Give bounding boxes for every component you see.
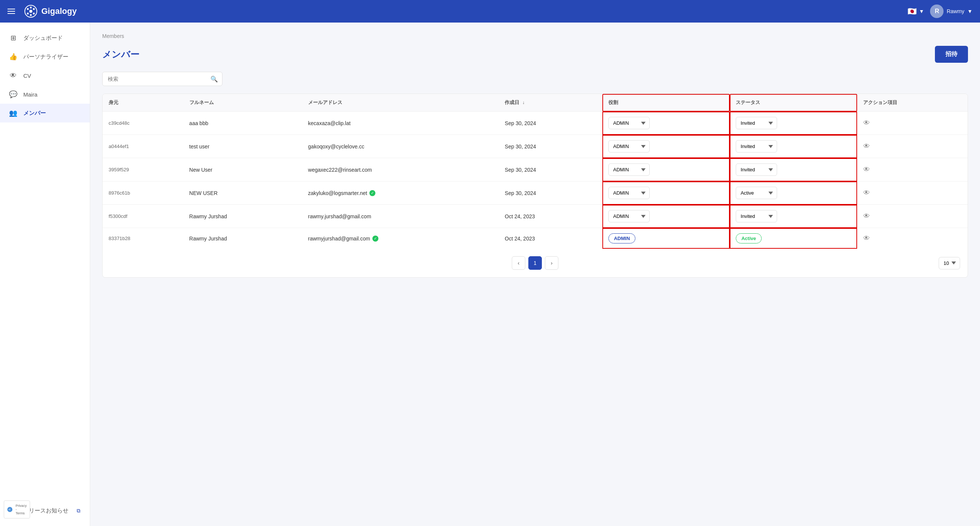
table-row: a0444ef1test usergakoqoxy@cyclelove.ccSe… — [103, 135, 967, 158]
table-row: 3959f529New Userwegaxec222@rinseart.comS… — [103, 158, 967, 181]
recaptcha-text: Privacy - Terms — [15, 504, 27, 515]
cell-role[interactable]: ADMINMEMBER — [602, 135, 730, 158]
view-button[interactable]: 👁 — [863, 189, 870, 197]
role-select[interactable]: ADMINMEMBER — [608, 140, 650, 153]
language-selector[interactable]: 🇯🇵 ▼ — [907, 7, 924, 16]
view-button[interactable]: 👁 — [863, 234, 870, 242]
view-button[interactable]: 👁 — [863, 166, 870, 173]
cv-icon: 👁 — [9, 72, 17, 79]
view-button[interactable]: 👁 — [863, 142, 870, 150]
status-select[interactable]: ActiveInvited — [736, 210, 777, 222]
recaptcha-logo: rC — [7, 504, 13, 515]
svg-point-4 — [27, 13, 29, 15]
cell-id: a0444ef1 — [103, 135, 183, 158]
cell-action: 👁 — [857, 181, 967, 205]
flag-icon: 🇯🇵 — [907, 7, 917, 16]
status-select[interactable]: ActiveInvited — [736, 187, 777, 199]
dashboard-icon: ⊞ — [9, 34, 17, 42]
recaptcha-badge: rC Privacy - Terms — [4, 501, 30, 518]
table-row: 8976c61bNEW USERzakyluko@logsmarter.net … — [103, 181, 967, 205]
cell-action: 👁 — [857, 228, 967, 249]
col-header-id: 身元 — [103, 94, 183, 111]
cell-status[interactable]: ActiveInvited — [730, 135, 857, 158]
main-content: Members メンバー 招待 🔍 身元 フルネーム メールアドレス 作成日 ↓… — [90, 22, 980, 526]
svg-point-6 — [30, 7, 32, 9]
next-page-button[interactable]: › — [545, 256, 558, 270]
sidebar-item-personalizer[interactable]: 👍 パーソナライザー — [0, 47, 90, 66]
cell-role[interactable]: ADMINMEMBER — [602, 158, 730, 181]
sidebar-label-release: リリースお知らせ — [23, 507, 68, 514]
cell-status[interactable]: ActiveInvited — [730, 181, 857, 205]
cell-fullname: aaa bbb — [183, 111, 302, 135]
status-select[interactable]: ActiveInvited — [736, 164, 777, 176]
cell-fullname: NEW USER — [183, 181, 302, 205]
cell-status[interactable]: ActiveInvited — [730, 111, 857, 135]
cell-role[interactable]: ADMIN — [602, 228, 730, 249]
sidebar-label-dashboard: ダッシュボード — [23, 35, 63, 42]
cell-role[interactable]: ADMINMEMBER — [602, 205, 730, 228]
svg-point-1 — [29, 10, 32, 13]
cell-status[interactable]: Active — [730, 228, 857, 249]
lang-arrow: ▼ — [919, 8, 924, 14]
search-icon: 🔍 — [210, 76, 218, 83]
sidebar-item-members[interactable]: 👥 メンバー — [0, 104, 90, 122]
email-verified: rawmyjurshad@gmail.com ✓ — [308, 235, 379, 242]
role-select[interactable]: ADMINMEMBER — [608, 187, 650, 199]
svg-point-7 — [30, 14, 32, 16]
sidebar-label-maira: Maira — [23, 91, 38, 98]
admin-badge: ADMIN — [608, 233, 636, 243]
page-1-button[interactable]: 1 — [528, 256, 542, 270]
cell-action: 👁 — [857, 158, 967, 181]
user-menu[interactable]: R Rawmy ▼ — [930, 5, 972, 18]
header-logo: Gigalogy — [8, 5, 907, 18]
svg-text:rC: rC — [9, 509, 11, 510]
cell-role[interactable]: ADMINMEMBER — [602, 181, 730, 205]
status-select[interactable]: ActiveInvited — [736, 140, 777, 153]
view-button[interactable]: 👁 — [863, 212, 870, 220]
sidebar-item-maira[interactable]: 💬 Maira — [0, 85, 90, 104]
cell-status[interactable]: ActiveInvited — [730, 158, 857, 181]
user-name: Rawmy — [947, 8, 964, 14]
sort-arrow-icon: ↓ — [522, 100, 525, 105]
cell-created-at: Sep 30, 2024 — [499, 158, 602, 181]
cell-created-at: Sep 30, 2024 — [499, 111, 602, 135]
cell-email: wegaxec222@rinseart.com — [302, 158, 499, 181]
svg-point-2 — [27, 8, 29, 10]
user-dropdown-arrow: ▼ — [967, 8, 972, 14]
page-size-select[interactable]: 10 25 50 — [939, 257, 960, 269]
cell-email: zakyluko@logsmarter.net ✓ — [302, 181, 499, 205]
cell-id: c39cd48c — [103, 111, 183, 135]
sidebar-label-cv: CV — [23, 73, 31, 79]
cell-role[interactable]: ADMINMEMBER — [602, 111, 730, 135]
cell-created-at: Sep 30, 2024 — [499, 181, 602, 205]
cell-fullname: test user — [183, 135, 302, 158]
status-select[interactable]: ActiveInvited — [736, 117, 777, 129]
cell-email: rawmyjurshad@gmail.com ✓ — [302, 228, 499, 249]
cell-fullname: Rawmy Jurshad — [183, 228, 302, 249]
role-select[interactable]: ADMINMEMBER — [608, 117, 650, 129]
col-header-role: 役割 — [602, 94, 730, 111]
prev-page-button[interactable]: ‹ — [512, 256, 525, 270]
sidebar-label-personalizer: パーソナライザー — [23, 53, 68, 60]
role-select[interactable]: ADMINMEMBER — [608, 164, 650, 176]
search-box: 🔍 — [102, 72, 223, 86]
search-input[interactable] — [102, 72, 223, 86]
email-verified: zakyluko@logsmarter.net ✓ — [308, 190, 375, 196]
hamburger-menu[interactable] — [8, 9, 15, 14]
col-header-fullname: フルネーム — [183, 94, 302, 111]
maira-icon: 💬 — [9, 90, 17, 99]
cell-fullname: New User — [183, 158, 302, 181]
cell-action: 👁 — [857, 111, 967, 135]
cell-status[interactable]: ActiveInvited — [730, 205, 857, 228]
active-badge: Active — [736, 233, 762, 243]
role-select[interactable]: ADMINMEMBER — [608, 210, 650, 222]
sidebar-item-cv[interactable]: 👁 CV — [0, 66, 90, 85]
sidebar-item-dashboard[interactable]: ⊞ ダッシュボード — [0, 29, 90, 47]
page-header: メンバー 招待 — [102, 46, 968, 63]
view-button[interactable]: 👁 — [863, 119, 870, 127]
sidebar-label-members: メンバー — [23, 110, 46, 117]
svg-point-3 — [33, 8, 35, 10]
invite-button[interactable]: 招待 — [935, 46, 968, 63]
cell-created-at: Oct 24, 2023 — [499, 205, 602, 228]
pagination-area: ‹ 1 › 10 25 50 — [103, 249, 967, 277]
